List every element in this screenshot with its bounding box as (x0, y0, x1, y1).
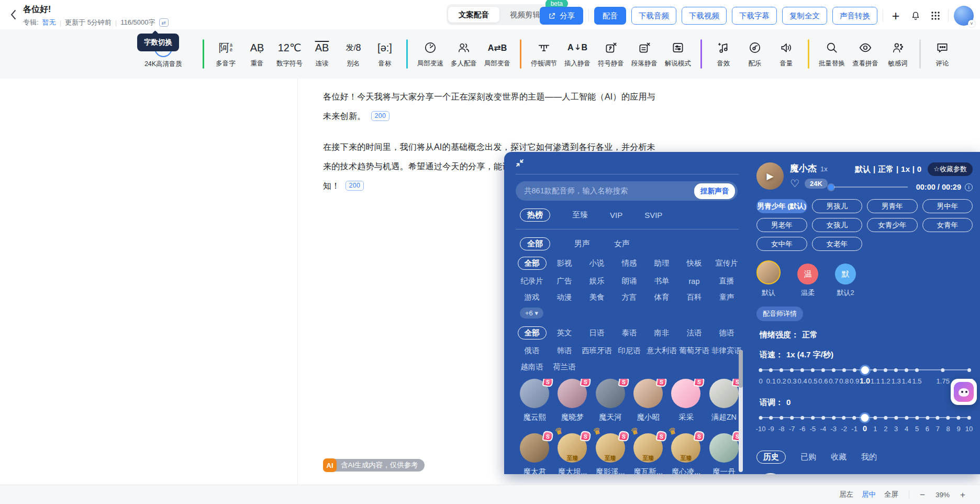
language-filter[interactable]: 荷兰语 (553, 362, 576, 372)
rank-tab[interactable]: VIP (610, 211, 622, 220)
language-filter[interactable]: 英文 (557, 328, 572, 338)
favorite-heart-icon[interactable]: ♡ (790, 178, 799, 189)
tool-paragraph-silence[interactable]: 段落静音 (631, 40, 658, 68)
slider-tick[interactable]: 8 (946, 414, 950, 433)
category-filter[interactable]: 全部 (518, 257, 547, 270)
rank-tab[interactable]: 热榜 (520, 209, 550, 222)
tool-sensitive-words[interactable]: 敏感词 (886, 40, 910, 68)
tool-phonetic[interactable]: [ə:] 音标 (373, 40, 397, 68)
voice-style-pill[interactable]: 男孩儿 (812, 199, 863, 213)
category-filter[interactable]: 小说 (589, 258, 605, 268)
apps-grid-icon[interactable] (928, 8, 943, 23)
voice-card[interactable]: S ♛ 至臻 魔大坝... (553, 433, 591, 474)
gender-tab[interactable]: 男声 (574, 239, 590, 249)
voice-card[interactable]: S ♛ 魔一丹 (705, 433, 743, 474)
slider-tick[interactable]: -1 (851, 414, 858, 433)
tool-local-pitch[interactable]: A⇄B 局部变音 (484, 40, 510, 68)
slider-tick[interactable]: -9 (768, 414, 774, 433)
category-filter[interactable]: 广告 (557, 276, 572, 286)
category-filter[interactable]: 美食 (589, 292, 605, 302)
save-params-button[interactable]: ☆收藏参数 (928, 162, 973, 176)
category-filter[interactable]: 朗诵 (622, 276, 637, 286)
slider-tick[interactable]: 0.1 (766, 366, 776, 385)
progress-handle[interactable] (828, 184, 834, 190)
category-filter[interactable]: 书单 (654, 276, 670, 286)
speed-slider[interactable]: 00.10.20.30.40.50.60.70.80.91.01.11.21.3… (761, 366, 969, 391)
slider-tick[interactable]: 3 (894, 414, 898, 433)
paragraph[interactable]: 各位好！今天我将与大家分享一个正在深刻改变世界的主题——人工智能（AI）的应用与… (323, 87, 662, 126)
voice-search[interactable]: 共861款配音师，输入名称搜索 捏新声音 (516, 181, 738, 201)
voice-style-pill[interactable]: 女青年 (922, 218, 973, 232)
language-filter[interactable]: 日语 (589, 328, 605, 338)
language-filter[interactable]: 俄语 (525, 346, 540, 356)
language-filter[interactable]: 葡萄牙语 (679, 346, 709, 356)
playback-progress[interactable] (829, 187, 908, 188)
language-filter[interactable]: 全部 (518, 326, 547, 339)
tool-narration-mode[interactable]: 解说模式 (665, 40, 691, 68)
info-icon[interactable]: i (965, 183, 973, 191)
language-filter[interactable]: 德语 (719, 328, 734, 338)
back-button[interactable] (9, 9, 17, 27)
slider-tick[interactable]: 0.5 (808, 366, 817, 385)
tool-polyphonic[interactable]: 阿āē 多音字 (214, 40, 238, 68)
language-filter[interactable]: 韩语 (557, 346, 572, 356)
tool-bgm[interactable]: 配乐 (743, 40, 767, 68)
dub-button[interactable]: 配音 (594, 7, 626, 25)
category-filter[interactable]: 童声 (719, 292, 734, 302)
slider-tick[interactable]: 0.2 (777, 366, 786, 385)
emotion-option[interactable]: 温 温柔 (797, 264, 818, 298)
voice-style-pill[interactable]: 女老年 (812, 237, 863, 251)
action-button[interactable]: 下载音频 (631, 7, 676, 25)
tool-sound-effect[interactable]: 音效 (711, 40, 736, 68)
slider-tick[interactable]: 9 (956, 414, 960, 433)
align-option[interactable]: 居中 (862, 490, 876, 499)
category-filter[interactable]: 助理 (654, 258, 670, 268)
notification-bell-icon[interactable] (908, 8, 923, 23)
category-filter[interactable]: 宣传片 (715, 258, 738, 268)
user-avatar[interactable] (954, 6, 974, 26)
gender-tab[interactable]: 全部 (520, 237, 550, 250)
zoom-in-button[interactable]: + (960, 490, 965, 499)
category-filter[interactable]: rap (689, 277, 700, 286)
language-filter[interactable]: 南非 (654, 328, 670, 338)
voice-list-scrollbar[interactable] (739, 350, 743, 472)
align-option[interactable]: 全屏 (884, 490, 898, 499)
voice-card[interactable]: S ♛ 至臻 魔影溪... (592, 433, 629, 474)
voice-style-pill[interactable]: 女孩儿 (812, 218, 863, 232)
slider-tick[interactable]: 0.6 (818, 366, 828, 385)
gender-tab[interactable]: 女声 (614, 239, 630, 249)
emotion-option[interactable]: 默 默认2 (835, 264, 856, 298)
history-tab[interactable]: 历史 (756, 451, 786, 464)
slider-tick[interactable]: -10 (756, 414, 766, 433)
voice-card[interactable]: S ♛ 魔云熙 (516, 379, 553, 433)
category-filter[interactable]: 体育 (654, 292, 670, 302)
rank-tab[interactable]: 至臻 (572, 210, 588, 220)
slider-tick[interactable]: -3 (831, 414, 837, 433)
pause-badge[interactable]: 200 (346, 181, 364, 191)
category-filter[interactable]: 纪录片 (520, 276, 543, 286)
category-filter[interactable]: 娱乐 (589, 276, 605, 286)
slider-tick[interactable]: 0.8 (839, 366, 849, 385)
slider-tick[interactable]: -6 (799, 414, 806, 433)
tool-alias[interactable]: 发/8 别名 (341, 40, 365, 68)
assistant-widget[interactable] (951, 379, 977, 405)
slider-tick[interactable]: -4 (820, 414, 827, 433)
history-tab[interactable]: 我的 (861, 452, 877, 462)
slider-tick[interactable]: 0.3 (787, 366, 797, 385)
category-filter[interactable]: 方言 (622, 292, 637, 302)
language-filter[interactable]: 西班牙语 (582, 346, 612, 356)
slider-tick[interactable]: 1 (873, 414, 877, 433)
share-button[interactable]: 分享 (540, 7, 583, 25)
slider-tick[interactable]: 6 (926, 414, 929, 433)
slider-tick[interactable]: 1.1 (871, 366, 880, 385)
slider-tick[interactable]: 1.75 (937, 366, 950, 385)
slider-tick[interactable]: 0.4 (798, 366, 807, 385)
selected-voice-avatar[interactable]: ▶ (756, 162, 784, 190)
tool-insert-silence[interactable]: AB 插入静音 (564, 40, 591, 68)
tool-view-pinyin[interactable]: 查看拼音 (852, 40, 878, 68)
category-filter[interactable]: 游戏 (525, 292, 540, 302)
slider-tick[interactable]: 1.5 (912, 366, 921, 385)
word-count-toggle-icon[interactable]: ⇄ (159, 18, 169, 27)
tool-volume[interactable]: 音量 (774, 40, 798, 68)
language-filter[interactable]: 越南语 (520, 362, 543, 372)
